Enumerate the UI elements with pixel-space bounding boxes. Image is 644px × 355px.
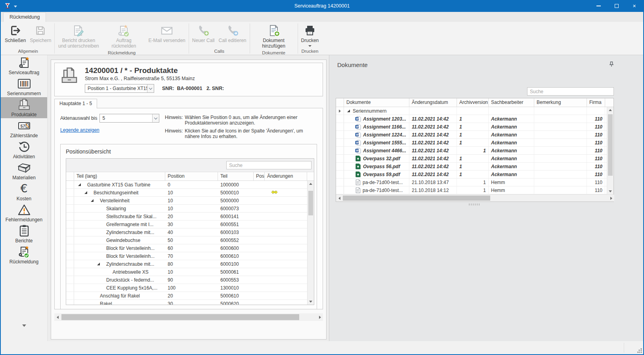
sidebar-item-berichte[interactable]: Berichte [1, 223, 47, 244]
app-icon[interactable] [4, 2, 11, 10]
position-select[interactable]: Position 1 - Gasturbine XT15 [85, 84, 154, 93]
tree-row[interactable]: CEE Kupplung 5x16A,...1001300010 [66, 284, 307, 292]
tree-row[interactable]: Zylinderschraube mit...806000100 [66, 260, 307, 268]
tree-row[interactable]: Beschichtungseinheit105000010 [66, 189, 307, 197]
document-row[interactable]: pa-de-71d00-test...21.10.2018 13:471Hemm… [336, 178, 608, 186]
column-header-bemerkung[interactable]: Bemerkung [534, 98, 587, 107]
quick-access-caret-icon[interactable] [14, 6, 17, 8]
produktakte-card: 14200001 / * - Produktakte Strom Max e.G… [51, 59, 327, 340]
panel-splitter-grip[interactable] [469, 203, 481, 205]
scroll-up-icon[interactable] [607, 107, 613, 113]
change-icon[interactable] [267, 190, 278, 196]
tree-row[interactable]: Gewindebuchse506000552 [66, 236, 307, 244]
scroll-up-icon[interactable] [308, 181, 314, 187]
positions-table-rows: Gasturbine XT15 Gas Turbine01000000Besch… [66, 181, 307, 305]
tree-row[interactable]: Gasturbine XT15 Gas Turbine01000000 [66, 181, 307, 189]
scrollbar-thumb[interactable] [308, 191, 313, 215]
scroll-right-icon[interactable] [317, 316, 323, 319]
scroll-left-icon[interactable] [336, 197, 342, 200]
pin-icon[interactable] [609, 61, 614, 68]
tree-row[interactable]: Greifermagnete mit I...306000551 [66, 221, 307, 228]
document-row[interactable]: WAssignment 1224...11.02.2021 14:421Acke… [336, 131, 608, 139]
sidebar-item-zählerstände[interactable]: 57Zählerstände [1, 118, 47, 139]
expander-icon[interactable] [78, 183, 81, 186]
tab-hauptakte[interactable]: Hauptakte 1 - 5 [54, 99, 97, 108]
scroll-down-icon[interactable] [607, 188, 613, 194]
sidebar-item-kosten[interactable]: €Kosten [1, 181, 47, 202]
sidebar-item-serviceauftrag[interactable]: Serviceauftrag [1, 55, 47, 76]
tree-row[interactable]: Skalaring106000073 [66, 205, 307, 213]
dokumente-horizontal-scrollbar[interactable] [336, 194, 614, 201]
document-row[interactable]: WAssignment 4466...11.02.2021 14:421Acke… [336, 147, 608, 155]
tree-row[interactable]: Block für Verstelleinh...606000600 [66, 244, 307, 252]
positions-vertical-scrollbar[interactable] [307, 181, 314, 305]
column-header-posi[interactable]: Posi... [254, 172, 265, 180]
document-row[interactable]: WAssignment 1555...11.02.2021 14:421Acke… [336, 139, 608, 147]
tree-row[interactable]: Druckstück - federnd...906000553 [66, 276, 307, 284]
ribbon-tab-rueckmeldung[interactable]: Rückmeldung [3, 12, 46, 22]
main-horizontal-scrollbar[interactable] [54, 313, 323, 321]
chevron-down-icon[interactable] [22, 324, 26, 327]
column-header-firma[interactable]: Firma [587, 98, 605, 107]
ribbon-button-label: Dokument hinzufügen [253, 38, 294, 49]
tree-row[interactable]: Anschlag für Rakel205000610 [66, 292, 307, 300]
ribbon-button-drucken[interactable]: Drucken [299, 23, 321, 48]
expander-icon[interactable] [91, 199, 94, 202]
positions-search-input[interactable] [226, 161, 311, 169]
document-row[interactable]: WAssignment 1166...11.02.2021 14:421Acke… [336, 123, 608, 131]
chevron-down-icon[interactable] [147, 84, 154, 92]
scroll-right-icon[interactable] [608, 197, 614, 200]
scrollbar-thumb[interactable] [61, 314, 299, 320]
document-row[interactable]: Overpass 32.pdf11.02.2021 14:421Ackerman… [336, 155, 608, 163]
scrollbar-thumb[interactable] [608, 114, 613, 176]
sidebar-item-materialien[interactable]: Materialien [1, 160, 47, 181]
tree-row[interactable]: Rakel...305000620 [66, 300, 307, 305]
sidebar-item-aktivitäten[interactable]: Aktivitäten [1, 139, 47, 160]
ribbon-button-dokument-hinzufügen[interactable]: Dokument hinzufügen [251, 23, 296, 50]
sidebar-item-rückmeldung[interactable]: Rückmeldung [1, 244, 47, 265]
tree-row[interactable]: Zylinderschraube mit...406000103 [66, 228, 307, 236]
column-header-sachbearbeiter[interactable]: Sachbearbeiter [489, 98, 534, 107]
close-button[interactable]: × [625, 0, 643, 12]
sachbearbeiter-cell: Ackermann [489, 115, 534, 123]
resize-grip[interactable] [637, 348, 642, 353]
column-header-archivversion[interactable]: Archivversion [457, 98, 489, 107]
aktenauswahl-select[interactable]: 5 [99, 114, 159, 123]
expander-icon[interactable] [84, 191, 87, 194]
document-row[interactable]: pa-de-71d00-test...21.10.2018 14:121Hemm… [336, 186, 608, 194]
chevron-down-icon[interactable] [152, 114, 159, 122]
empty-cell [409, 107, 457, 115]
dropdown-caret-icon [308, 45, 311, 47]
tree-row[interactable]: Stellschraube für Skal...206000141 [66, 213, 307, 221]
tree-row[interactable]: Block für Verstelleinh...706000610 [66, 252, 307, 260]
ribbon-button-schließen[interactable]: Schließen [3, 23, 28, 44]
column-header-änderungen[interactable]: Änderungen [265, 172, 307, 180]
scroll-down-icon[interactable] [308, 299, 314, 305]
expander-icon[interactable] [97, 263, 100, 265]
scroll-left-icon[interactable] [54, 316, 61, 319]
column-header-teil-lang[interactable]: Teil (lang) [74, 172, 165, 180]
column-header-änderungsdatum[interactable]: Änderungsdatum [409, 98, 457, 107]
sidebar-item-produktakte[interactable]: Produktakte [1, 97, 47, 118]
legend-link[interactable]: Legende anzeigen [60, 127, 99, 133]
minimize-button[interactable] [590, 0, 608, 12]
tree-row[interactable]: Antriebswelle XS105000061 [66, 268, 307, 276]
scrollbar-thumb[interactable] [343, 196, 490, 201]
document-row[interactable]: Overpass 59.pdf11.02.2021 14:421Ackerman… [336, 171, 608, 178]
document-row[interactable]: WAssignment 1203...11.02.2021 14:421Acke… [336, 115, 608, 123]
firma-cell: 110 [587, 178, 605, 186]
expander-icon[interactable] [347, 109, 350, 112]
dokumente-search-input[interactable] [527, 87, 614, 96]
maximize-button[interactable] [608, 0, 625, 12]
column-header-dokumente[interactable]: Dokumente [344, 98, 409, 107]
tree-row[interactable]: Verstelleinheit105000000 [66, 197, 307, 205]
column-header-position[interactable]: Position [165, 172, 218, 180]
sidebar-item-seriennummern[interactable]: Seriennummern [1, 76, 47, 97]
dokumente-vertical-scrollbar[interactable] [607, 107, 613, 194]
sidebar-item-fehlermeldungen[interactable]: Fehlermeldungen [1, 202, 47, 223]
document-group-row[interactable]: Seriennummern [336, 107, 608, 115]
sachbearbeiter-cell: Ackermann [489, 123, 534, 130]
part-name: CEE Kupplung 5x16A,... [106, 285, 157, 291]
column-header-teil[interactable]: Teil [218, 172, 254, 180]
document-row[interactable]: Overpass 56.pdf11.02.2021 14:421Ackerman… [336, 163, 608, 171]
